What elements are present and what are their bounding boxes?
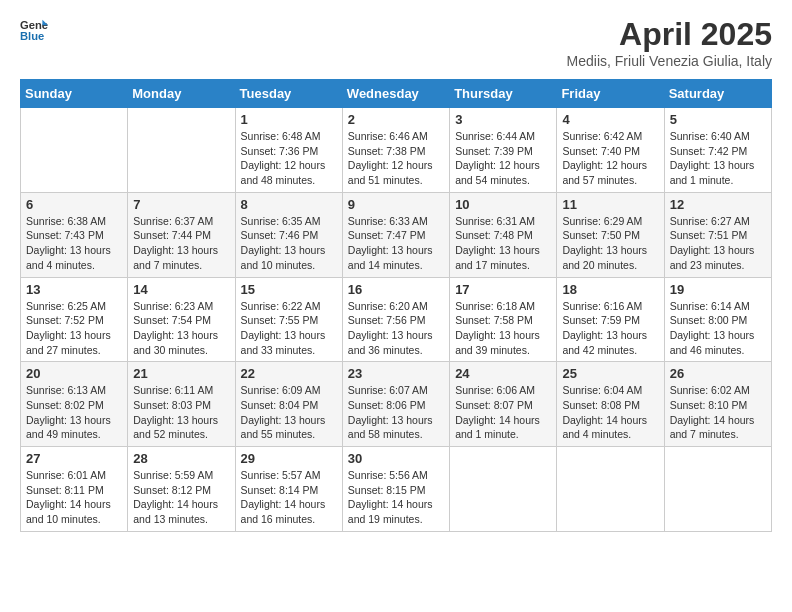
day-number: 9	[348, 197, 444, 212]
calendar-week-row: 27Sunrise: 6:01 AM Sunset: 8:11 PM Dayli…	[21, 447, 772, 532]
page-title: April 2025	[567, 16, 772, 53]
calendar-cell: 15Sunrise: 6:22 AM Sunset: 7:55 PM Dayli…	[235, 277, 342, 362]
calendar-cell: 19Sunrise: 6:14 AM Sunset: 8:00 PM Dayli…	[664, 277, 771, 362]
logo-icon: General Blue	[20, 16, 48, 44]
day-number: 28	[133, 451, 229, 466]
calendar-cell: 24Sunrise: 6:06 AM Sunset: 8:07 PM Dayli…	[450, 362, 557, 447]
calendar-cell: 10Sunrise: 6:31 AM Sunset: 7:48 PM Dayli…	[450, 192, 557, 277]
calendar-cell: 5Sunrise: 6:40 AM Sunset: 7:42 PM Daylig…	[664, 108, 771, 193]
title-block: April 2025 Mediis, Friuli Venezia Giulia…	[567, 16, 772, 69]
day-number: 24	[455, 366, 551, 381]
day-number: 25	[562, 366, 658, 381]
calendar-cell	[664, 447, 771, 532]
day-info: Sunrise: 6:20 AM Sunset: 7:56 PM Dayligh…	[348, 299, 444, 358]
calendar-cell: 28Sunrise: 5:59 AM Sunset: 8:12 PM Dayli…	[128, 447, 235, 532]
day-number: 19	[670, 282, 766, 297]
calendar-cell: 6Sunrise: 6:38 AM Sunset: 7:43 PM Daylig…	[21, 192, 128, 277]
calendar-cell	[21, 108, 128, 193]
calendar-header-row: SundayMondayTuesdayWednesdayThursdayFrid…	[21, 80, 772, 108]
calendar-cell: 16Sunrise: 6:20 AM Sunset: 7:56 PM Dayli…	[342, 277, 449, 362]
calendar-cell: 21Sunrise: 6:11 AM Sunset: 8:03 PM Dayli…	[128, 362, 235, 447]
day-info: Sunrise: 6:04 AM Sunset: 8:08 PM Dayligh…	[562, 383, 658, 442]
day-number: 11	[562, 197, 658, 212]
weekday-header-saturday: Saturday	[664, 80, 771, 108]
calendar-cell: 11Sunrise: 6:29 AM Sunset: 7:50 PM Dayli…	[557, 192, 664, 277]
day-number: 16	[348, 282, 444, 297]
day-number: 14	[133, 282, 229, 297]
day-info: Sunrise: 6:33 AM Sunset: 7:47 PM Dayligh…	[348, 214, 444, 273]
day-info: Sunrise: 6:35 AM Sunset: 7:46 PM Dayligh…	[241, 214, 337, 273]
day-info: Sunrise: 6:25 AM Sunset: 7:52 PM Dayligh…	[26, 299, 122, 358]
weekday-header-sunday: Sunday	[21, 80, 128, 108]
calendar-cell	[557, 447, 664, 532]
day-info: Sunrise: 6:02 AM Sunset: 8:10 PM Dayligh…	[670, 383, 766, 442]
day-info: Sunrise: 6:44 AM Sunset: 7:39 PM Dayligh…	[455, 129, 551, 188]
day-info: Sunrise: 6:42 AM Sunset: 7:40 PM Dayligh…	[562, 129, 658, 188]
calendar-cell: 26Sunrise: 6:02 AM Sunset: 8:10 PM Dayli…	[664, 362, 771, 447]
day-info: Sunrise: 6:27 AM Sunset: 7:51 PM Dayligh…	[670, 214, 766, 273]
day-info: Sunrise: 6:38 AM Sunset: 7:43 PM Dayligh…	[26, 214, 122, 273]
day-info: Sunrise: 6:09 AM Sunset: 8:04 PM Dayligh…	[241, 383, 337, 442]
day-number: 10	[455, 197, 551, 212]
day-number: 30	[348, 451, 444, 466]
day-info: Sunrise: 6:46 AM Sunset: 7:38 PM Dayligh…	[348, 129, 444, 188]
day-info: Sunrise: 6:18 AM Sunset: 7:58 PM Dayligh…	[455, 299, 551, 358]
page-subtitle: Mediis, Friuli Venezia Giulia, Italy	[567, 53, 772, 69]
day-info: Sunrise: 6:29 AM Sunset: 7:50 PM Dayligh…	[562, 214, 658, 273]
day-number: 5	[670, 112, 766, 127]
calendar-cell: 13Sunrise: 6:25 AM Sunset: 7:52 PM Dayli…	[21, 277, 128, 362]
calendar-week-row: 20Sunrise: 6:13 AM Sunset: 8:02 PM Dayli…	[21, 362, 772, 447]
weekday-header-tuesday: Tuesday	[235, 80, 342, 108]
calendar-cell: 17Sunrise: 6:18 AM Sunset: 7:58 PM Dayli…	[450, 277, 557, 362]
calendar-cell: 4Sunrise: 6:42 AM Sunset: 7:40 PM Daylig…	[557, 108, 664, 193]
day-number: 21	[133, 366, 229, 381]
calendar-cell	[450, 447, 557, 532]
calendar-cell: 3Sunrise: 6:44 AM Sunset: 7:39 PM Daylig…	[450, 108, 557, 193]
weekday-header-thursday: Thursday	[450, 80, 557, 108]
day-number: 4	[562, 112, 658, 127]
day-info: Sunrise: 6:13 AM Sunset: 8:02 PM Dayligh…	[26, 383, 122, 442]
day-number: 8	[241, 197, 337, 212]
day-info: Sunrise: 6:07 AM Sunset: 8:06 PM Dayligh…	[348, 383, 444, 442]
day-number: 2	[348, 112, 444, 127]
calendar-cell: 30Sunrise: 5:56 AM Sunset: 8:15 PM Dayli…	[342, 447, 449, 532]
calendar-cell: 14Sunrise: 6:23 AM Sunset: 7:54 PM Dayli…	[128, 277, 235, 362]
day-info: Sunrise: 6:06 AM Sunset: 8:07 PM Dayligh…	[455, 383, 551, 442]
day-number: 3	[455, 112, 551, 127]
day-number: 15	[241, 282, 337, 297]
day-info: Sunrise: 6:23 AM Sunset: 7:54 PM Dayligh…	[133, 299, 229, 358]
calendar-cell: 27Sunrise: 6:01 AM Sunset: 8:11 PM Dayli…	[21, 447, 128, 532]
calendar-cell: 1Sunrise: 6:48 AM Sunset: 7:36 PM Daylig…	[235, 108, 342, 193]
calendar-cell: 23Sunrise: 6:07 AM Sunset: 8:06 PM Dayli…	[342, 362, 449, 447]
day-number: 27	[26, 451, 122, 466]
calendar-cell: 12Sunrise: 6:27 AM Sunset: 7:51 PM Dayli…	[664, 192, 771, 277]
day-info: Sunrise: 6:37 AM Sunset: 7:44 PM Dayligh…	[133, 214, 229, 273]
day-info: Sunrise: 6:31 AM Sunset: 7:48 PM Dayligh…	[455, 214, 551, 273]
day-number: 13	[26, 282, 122, 297]
day-info: Sunrise: 5:59 AM Sunset: 8:12 PM Dayligh…	[133, 468, 229, 527]
day-info: Sunrise: 6:22 AM Sunset: 7:55 PM Dayligh…	[241, 299, 337, 358]
calendar-week-row: 13Sunrise: 6:25 AM Sunset: 7:52 PM Dayli…	[21, 277, 772, 362]
day-number: 17	[455, 282, 551, 297]
day-number: 23	[348, 366, 444, 381]
calendar-cell: 8Sunrise: 6:35 AM Sunset: 7:46 PM Daylig…	[235, 192, 342, 277]
calendar-cell	[128, 108, 235, 193]
calendar-table: SundayMondayTuesdayWednesdayThursdayFrid…	[20, 79, 772, 532]
day-info: Sunrise: 5:57 AM Sunset: 8:14 PM Dayligh…	[241, 468, 337, 527]
day-number: 18	[562, 282, 658, 297]
weekday-header-monday: Monday	[128, 80, 235, 108]
weekday-header-friday: Friday	[557, 80, 664, 108]
day-number: 29	[241, 451, 337, 466]
day-number: 22	[241, 366, 337, 381]
day-number: 7	[133, 197, 229, 212]
calendar-cell: 7Sunrise: 6:37 AM Sunset: 7:44 PM Daylig…	[128, 192, 235, 277]
calendar-cell: 9Sunrise: 6:33 AM Sunset: 7:47 PM Daylig…	[342, 192, 449, 277]
day-number: 6	[26, 197, 122, 212]
day-number: 1	[241, 112, 337, 127]
day-info: Sunrise: 5:56 AM Sunset: 8:15 PM Dayligh…	[348, 468, 444, 527]
day-info: Sunrise: 6:01 AM Sunset: 8:11 PM Dayligh…	[26, 468, 122, 527]
calendar-week-row: 1Sunrise: 6:48 AM Sunset: 7:36 PM Daylig…	[21, 108, 772, 193]
day-number: 26	[670, 366, 766, 381]
calendar-cell: 22Sunrise: 6:09 AM Sunset: 8:04 PM Dayli…	[235, 362, 342, 447]
calendar-cell: 25Sunrise: 6:04 AM Sunset: 8:08 PM Dayli…	[557, 362, 664, 447]
